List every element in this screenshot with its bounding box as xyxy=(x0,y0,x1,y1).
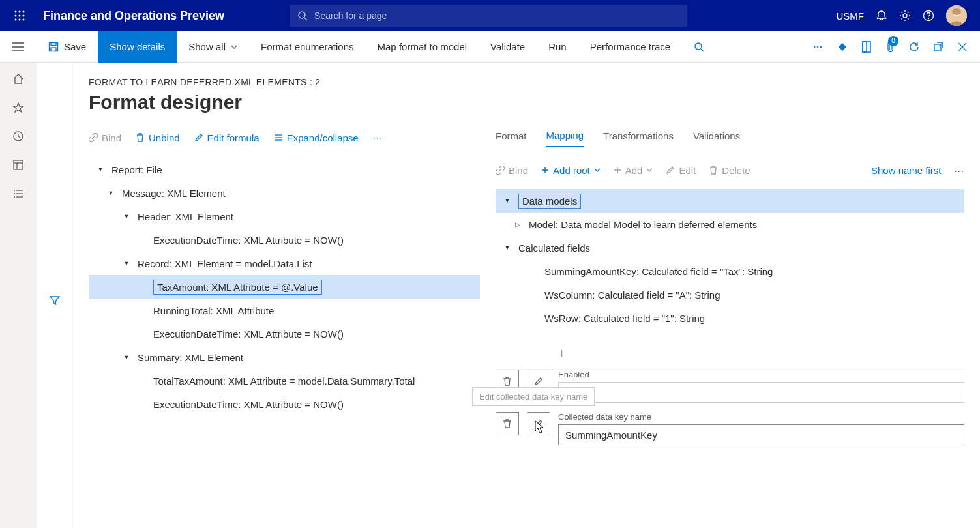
tree-node-message[interactable]: Message: XML Element xyxy=(89,181,480,205)
edit-button[interactable]: Edit xyxy=(666,165,696,176)
bell-icon[interactable] xyxy=(876,10,887,22)
svg-point-9 xyxy=(299,12,305,18)
toggle-icon[interactable] xyxy=(503,198,512,204)
plus-icon xyxy=(541,166,549,174)
save-icon xyxy=(48,42,59,52)
map-format-button[interactable]: Map format to model xyxy=(366,31,479,63)
pencil-icon xyxy=(533,418,544,429)
add-button[interactable]: Add xyxy=(614,165,653,176)
trash-icon xyxy=(136,133,145,142)
delete-enabled-button[interactable] xyxy=(496,370,519,393)
svg-point-4 xyxy=(19,15,21,17)
show-name-first-button[interactable]: Show name first xyxy=(871,165,942,176)
svg-point-2 xyxy=(23,11,25,13)
link-icon xyxy=(496,166,505,175)
toggle-icon[interactable] xyxy=(513,221,522,228)
save-button[interactable]: Save xyxy=(37,31,98,63)
plus-icon xyxy=(614,166,621,174)
tree-node-summary-exec[interactable]: ExecutionDateTime: XML Attribute = NOW() xyxy=(89,392,480,416)
show-all-button[interactable]: Show all xyxy=(177,31,249,63)
svg-point-0 xyxy=(15,11,17,13)
format-enumerations-button[interactable]: Format enumerations xyxy=(249,31,366,63)
office-icon[interactable] xyxy=(862,41,871,53)
tree-node-totaltax[interactable]: TotalTaxAmount: XML Attribute = model.Da… xyxy=(89,369,480,392)
chevron-down-icon xyxy=(231,45,237,49)
rt-more-button[interactable]: ··· xyxy=(954,165,964,176)
attach-icon[interactable]: 0 xyxy=(885,41,895,53)
tree-node-runningtotal[interactable]: RunningTotal: XML Attribute xyxy=(89,299,480,322)
search-input[interactable]: Search for a page xyxy=(290,5,687,27)
rt-node-wsrow[interactable]: WsRow: Calculated field = "1": String xyxy=(496,306,964,330)
close-icon[interactable] xyxy=(958,42,967,51)
tree-node-record-exec[interactable]: ExecutionDateTime: XML Attribute = NOW() xyxy=(89,322,480,345)
rt-node-wscolumn[interactable]: WsColumn: Calculated field = "A": String xyxy=(496,283,964,306)
add-root-button[interactable]: Add root xyxy=(541,165,601,176)
trash-icon xyxy=(502,376,512,387)
delete-keyname-button[interactable] xyxy=(496,412,519,435)
refresh-icon[interactable] xyxy=(909,42,919,52)
show-details-button[interactable]: Show details xyxy=(98,31,177,63)
svg-point-16 xyxy=(952,8,961,15)
attach-count: 0 xyxy=(888,36,898,46)
trash-icon xyxy=(709,166,718,175)
svg-point-23 xyxy=(695,43,702,50)
performance-trace-button[interactable]: Performance trace xyxy=(578,31,682,63)
home-icon[interactable] xyxy=(12,73,24,85)
edit-keyname-button[interactable] xyxy=(527,412,550,435)
tree-node-header[interactable]: Header: XML Element xyxy=(89,205,480,228)
toggle-icon[interactable] xyxy=(96,166,105,173)
validate-button[interactable]: Validate xyxy=(479,31,537,63)
splitter-handle[interactable]: || xyxy=(561,349,561,357)
more-button[interactable]: ··· xyxy=(373,132,383,143)
toggle-icon[interactable] xyxy=(106,190,115,196)
recent-icon[interactable] xyxy=(12,130,24,142)
svg-point-6 xyxy=(15,19,17,21)
enabled-field[interactable] xyxy=(558,382,964,403)
workspaces-icon[interactable] xyxy=(12,159,24,171)
filter-icon[interactable] xyxy=(49,73,61,528)
delete-button[interactable]: Delete xyxy=(709,165,750,176)
gear-icon[interactable] xyxy=(899,10,911,22)
svg-line-10 xyxy=(304,18,307,20)
nav-toggle[interactable] xyxy=(0,31,37,63)
options-icon[interactable] xyxy=(837,42,848,52)
tree-node-report[interactable]: Report: File xyxy=(89,158,480,181)
popout-icon[interactable] xyxy=(934,42,943,51)
rt-bind-button[interactable]: Bind xyxy=(496,165,528,176)
svg-line-24 xyxy=(701,49,704,51)
tab-transformations[interactable]: Transformations xyxy=(603,130,674,147)
expand-collapse-button[interactable]: Expand/collapse xyxy=(274,132,359,143)
favorites-icon[interactable] xyxy=(12,102,24,113)
company-picker[interactable]: USMF xyxy=(837,10,865,22)
keyname-field[interactable]: SummingAmountKey xyxy=(558,424,964,445)
avatar[interactable] xyxy=(946,5,967,26)
svg-rect-22 xyxy=(51,48,56,51)
rt-node-calc-fields[interactable]: Calculated fields xyxy=(496,236,964,259)
unbind-button[interactable]: Unbind xyxy=(136,132,180,143)
bind-button[interactable]: Bind xyxy=(89,132,121,143)
edit-formula-button[interactable]: Edit formula xyxy=(194,132,260,143)
modules-icon[interactable] xyxy=(12,188,24,199)
rt-node-data-models[interactable]: Data models xyxy=(496,189,964,213)
help-icon[interactable] xyxy=(923,10,934,22)
tab-format[interactable]: Format xyxy=(496,130,527,147)
tree-node-summary[interactable]: Summary: XML Element xyxy=(89,345,480,369)
rt-node-model[interactable]: Model: Data model Model to learn deferre… xyxy=(496,213,964,236)
run-button[interactable]: Run xyxy=(537,31,578,63)
rt-node-summing-key[interactable]: SummingAmountKey: Calculated field = "Ta… xyxy=(496,259,964,283)
tree-node-taxamount[interactable]: TaxAmount: XML Attribute = @.Value xyxy=(89,275,480,299)
more-icon[interactable]: ··· xyxy=(813,42,823,52)
app-title: Finance and Operations Preview xyxy=(43,9,224,23)
tab-mapping[interactable]: Mapping xyxy=(546,130,584,147)
waffle-menu[interactable] xyxy=(7,0,33,31)
tree-node-header-exec[interactable]: ExecutionDateTime: XML Attribute = NOW() xyxy=(89,228,480,252)
toggle-icon[interactable] xyxy=(503,244,512,251)
toggle-icon[interactable] xyxy=(122,260,131,267)
toggle-icon[interactable] xyxy=(122,354,131,360)
chevron-down-icon xyxy=(646,168,653,172)
tree-node-record[interactable]: Record: XML Element = model.Data.List xyxy=(89,252,480,275)
search-commands[interactable] xyxy=(682,31,716,63)
toggle-icon[interactable] xyxy=(122,213,131,220)
edit-enabled-button[interactable] xyxy=(527,370,550,393)
tab-validations[interactable]: Validations xyxy=(693,130,740,147)
